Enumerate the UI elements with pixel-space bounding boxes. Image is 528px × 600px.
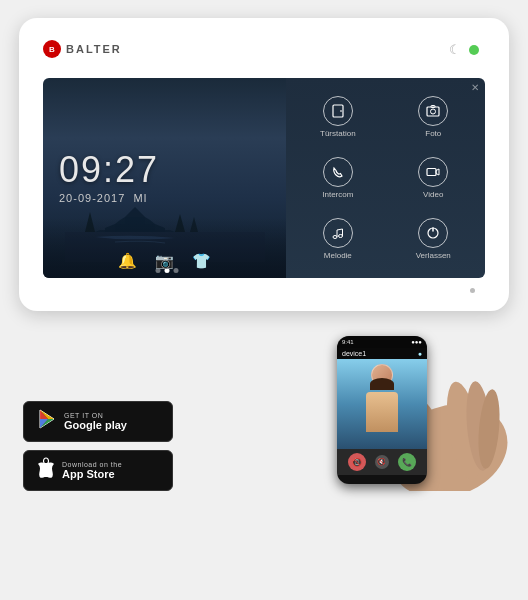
foto-icon xyxy=(418,96,448,126)
phone-app-header: device1 ● xyxy=(337,348,427,359)
melodie-label: Melodie xyxy=(324,251,352,260)
video-icon xyxy=(418,157,448,187)
bottom-section: GET IT ON Google play Download on the Ap… xyxy=(19,321,509,491)
menu-item-turstation[interactable]: Türstation xyxy=(290,86,385,147)
moon-icon: ☾ xyxy=(449,42,461,57)
verlassen-icon xyxy=(418,218,448,248)
menu-item-video[interactable]: Video xyxy=(386,147,481,208)
google-play-icon xyxy=(36,408,58,435)
store-buttons-group: GET IT ON Google play Download on the Ap… xyxy=(23,401,173,491)
menu-item-intercom[interactable]: Intercom xyxy=(290,147,385,208)
svg-point-4 xyxy=(431,109,436,114)
portrait-figure xyxy=(360,364,404,444)
google-play-sub: GET IT ON xyxy=(64,412,127,419)
phone-controls-bar: 📵 🔇 📞 xyxy=(337,449,427,475)
bottom-icons-row: 🔔 📷 👕 xyxy=(43,252,286,270)
accept-button[interactable]: 📞 xyxy=(398,453,416,471)
apple-icon xyxy=(36,457,56,484)
video-label: Video xyxy=(423,190,443,199)
turstation-label: Türstation xyxy=(320,129,356,138)
svg-rect-3 xyxy=(427,107,439,116)
phone-time: 9:41 xyxy=(342,339,354,345)
logo-icon: B xyxy=(43,40,61,58)
intercom-icon xyxy=(323,157,353,187)
phone-app-status: ● xyxy=(418,350,422,357)
screen-right-panel: ✕ Türstation Foto Intercom xyxy=(286,78,485,278)
logo-text: BALTER xyxy=(66,43,122,55)
mute-button[interactable]: 🔇 xyxy=(375,455,389,469)
menu-item-verlassen[interactable]: Verlassen xyxy=(386,209,481,270)
intercom-label: Intercom xyxy=(322,190,353,199)
app-store-text: Download on the App Store xyxy=(62,461,122,480)
svg-rect-6 xyxy=(427,168,436,175)
led-indicator xyxy=(469,45,479,55)
camera-icon[interactable]: 📷 xyxy=(155,252,174,270)
turstation-icon xyxy=(323,96,353,126)
device-screen: 09:27 20-09-2017 MI xyxy=(43,78,485,278)
verlassen-label: Verlassen xyxy=(416,251,451,260)
bell-icon[interactable]: 🔔 xyxy=(118,252,137,270)
phone-mockup: 9:41 ●●● device1 ● xyxy=(309,321,509,491)
menu-item-foto[interactable]: Foto xyxy=(386,86,481,147)
google-play-name: Google play xyxy=(64,419,127,431)
menu-item-melodie[interactable]: Melodie xyxy=(290,209,385,270)
app-store-name: App Store xyxy=(62,468,122,480)
time-display: 09:27 xyxy=(59,152,270,188)
device-panel: B BALTER ☾ 09:27 20-09-2017 MI xyxy=(19,18,509,311)
screen-left-panel: 09:27 20-09-2017 MI xyxy=(43,78,286,278)
screen-close-icon[interactable]: ✕ xyxy=(471,82,479,93)
phone-device: 9:41 ●●● device1 ● xyxy=(337,336,427,484)
top-indicators: ☾ xyxy=(449,42,479,57)
app-store-sub: Download on the xyxy=(62,461,122,468)
melodie-icon xyxy=(323,218,353,248)
app-store-button[interactable]: Download on the App Store xyxy=(23,450,173,491)
status-dot xyxy=(470,288,475,293)
phone-status-bar: 9:41 ●●● xyxy=(337,336,427,348)
brand-logo: B BALTER xyxy=(43,40,122,58)
svg-point-7 xyxy=(333,236,337,239)
svg-line-11 xyxy=(337,229,343,230)
google-play-text: GET IT ON Google play xyxy=(64,412,127,431)
google-play-button[interactable]: GET IT ON Google play xyxy=(23,401,173,442)
phone-app-name: device1 xyxy=(342,350,366,357)
foto-label: Foto xyxy=(425,129,441,138)
phone-signal: ●●● xyxy=(411,339,422,345)
shirt-icon[interactable]: 👕 xyxy=(192,252,211,270)
svg-point-8 xyxy=(338,235,342,238)
device-bottom-bar xyxy=(43,288,485,293)
phone-portrait-area xyxy=(337,359,427,449)
decline-button[interactable]: 📵 xyxy=(348,453,366,471)
